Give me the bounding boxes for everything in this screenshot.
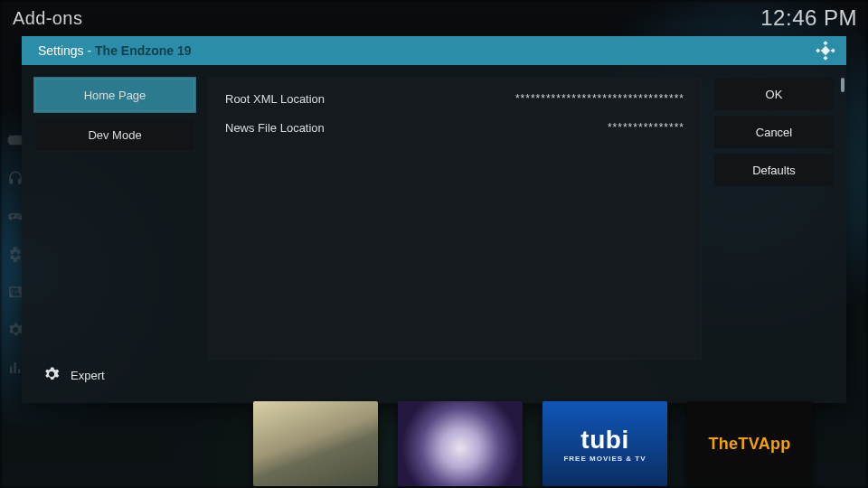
category-list: Home Page Dev Mode Expert [34,78,195,390]
settings-level-toggle[interactable]: Expert [43,366,105,385]
defaults-button[interactable]: Defaults [714,154,834,186]
setting-label: Root XML Location [225,92,325,106]
svg-rect-1 [823,56,827,61]
addon-tile-1[interactable] [253,401,378,486]
dialog-title: Settings - The Endzone 19 [38,43,192,58]
settings-dialog: Settings - The Endzone 19 Home Page Dev … [22,36,846,403]
svg-rect-2 [816,48,820,52]
setting-value: ********************************* [515,92,684,105]
addon-tile-thetvapp[interactable]: TheTVApp [687,401,812,486]
dialog-title-prefix: Settings - [38,43,95,58]
setting-root-xml-location[interactable]: Root XML Location **********************… [209,84,701,113]
svg-rect-0 [823,41,827,45]
dialog-title-addon: The Endzone 19 [95,43,192,58]
category-dev-mode[interactable]: Dev Mode [34,117,195,152]
addon-thumbnails: tubi FREE MOVIES & TV TheTVApp [0,401,868,488]
addon-tile-tubi[interactable]: tubi FREE MOVIES & TV [542,401,667,486]
breadcrumb: Add-ons [13,8,82,29]
dialog-actions: OK Cancel Defaults [714,78,834,390]
gear-icon [43,366,60,385]
tile-title: tubi [580,426,628,455]
dialog-header: Settings - The Endzone 19 [22,36,846,65]
setting-value: *************** [608,121,684,134]
kodi-logo-icon [816,41,835,61]
setting-label: News File Location [225,121,325,135]
svg-rect-4 [821,46,830,55]
dialog-body: Home Page Dev Mode Expert Root XML Locat… [22,65,846,403]
clock: 12:46 PM [760,5,857,31]
tile-subtitle: FREE MOVIES & TV [563,455,646,463]
addon-tile-2[interactable] [398,401,523,486]
setting-news-file-location[interactable]: News File Location *************** [209,113,701,142]
tile-title: TheTVApp [708,435,790,454]
cancel-button[interactable]: Cancel [714,116,834,148]
top-bar: Add-ons 12:46 PM [0,0,868,36]
category-home-page[interactable]: Home Page [34,78,195,112]
settings-panel: Root XML Location **********************… [208,78,702,360]
svg-rect-3 [831,48,835,52]
ok-button[interactable]: OK [714,78,834,110]
settings-level-label: Expert [71,369,105,382]
